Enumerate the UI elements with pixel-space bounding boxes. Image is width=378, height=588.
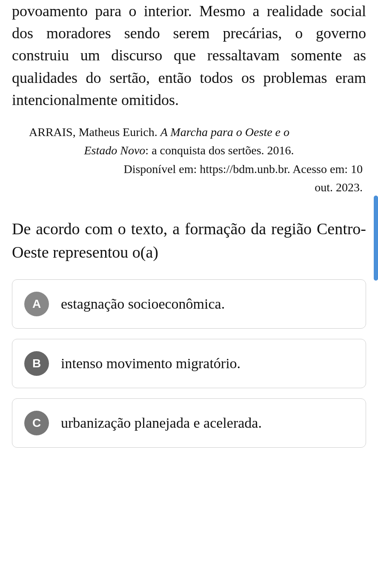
option-a-badge: A xyxy=(24,292,49,316)
option-b[interactable]: B intenso movimento migratório. xyxy=(12,339,366,388)
citation-line2-rest: : a conquista dos sertões. 2016. xyxy=(145,144,294,157)
option-c-text: urbanização planejada e acelerada. xyxy=(61,412,262,433)
citation-author: ARRAIS, Matheus Eurich. xyxy=(29,125,158,139)
citation-line4: out. 2023. xyxy=(12,178,366,196)
continuation-section: povoamento para o interior. Mesmo a real… xyxy=(0,0,378,111)
option-b-badge: B xyxy=(24,351,49,376)
option-b-text: intenso movimento migratório. xyxy=(61,353,241,374)
question-text: De acordo com o texto, a formação da reg… xyxy=(12,217,366,264)
citation-block: ARRAIS, Matheus Eurich. A Marcha para o … xyxy=(12,123,366,197)
question-accent-bar xyxy=(374,217,378,268)
citation-line1: ARRAIS, Matheus Eurich. A Marcha para o … xyxy=(12,123,366,141)
option-a-text: estagnação socioeconômica. xyxy=(61,293,225,314)
page-container: povoamento para o interior. Mesmo a real… xyxy=(0,0,378,588)
citation-title-text: A Marcha para o Oeste e o xyxy=(160,125,289,139)
answer-options-list: A estagnação socioeconômica. B intenso m… xyxy=(12,279,366,448)
citation-line2: Estado Novo: a conquista dos sertões. 20… xyxy=(12,141,366,159)
option-c[interactable]: C urbanização planejada e acelerada. xyxy=(12,398,366,448)
citation-line3: Disponível em: https://bdm.unb.br. Acess… xyxy=(12,160,366,178)
continuation-text: povoamento para o interior. Mesmo a real… xyxy=(12,0,366,111)
option-c-label: C xyxy=(32,416,41,430)
option-b-label: B xyxy=(32,357,41,370)
option-c-badge: C xyxy=(24,411,49,435)
option-a[interactable]: A estagnação socioeconômica. xyxy=(12,279,366,329)
question-section: De acordo com o texto, a formação da reg… xyxy=(0,217,378,448)
option-a-label: A xyxy=(32,297,41,311)
citation-title-word: Estado Novo xyxy=(84,144,145,157)
